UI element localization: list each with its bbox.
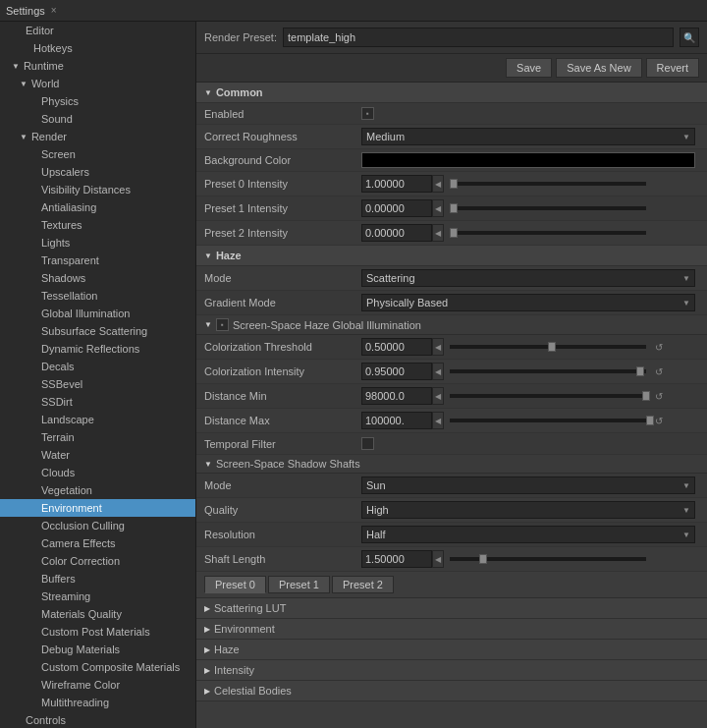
spin-button[interactable]: ◀ — [432, 199, 444, 217]
number-field[interactable] — [361, 412, 432, 429]
reset-button[interactable]: ↺ — [652, 414, 666, 427]
dropdown-high[interactable]: High▼ — [361, 501, 695, 519]
sidebar-item-antialiasing[interactable]: Antialiasing — [0, 198, 195, 216]
checkbox[interactable] — [361, 107, 374, 120]
sidebar-item-tessellation[interactable]: Tessellation — [0, 287, 195, 305]
sidebar-item-hotkeys[interactable]: Hotkeys — [0, 39, 195, 57]
sidebar-item-visibility-distances[interactable]: Visibility Distances — [0, 181, 195, 198]
sidebar-item-global-illumination[interactable]: Global Illumination — [0, 305, 195, 322]
slider-track[interactable] — [450, 419, 646, 422]
subsection-header-screen-space-haze[interactable]: ▼Screen-Space Haze Global Illumination — [196, 315, 707, 335]
sidebar-item-landscape[interactable]: Landscape — [0, 411, 195, 428]
sidebar-item-terrain[interactable]: Terrain — [0, 428, 195, 446]
spin-button[interactable]: ◀ — [432, 550, 444, 568]
section-header-common[interactable]: ▼Common — [196, 83, 707, 103]
sidebar-item-transparent[interactable]: Transparent — [0, 252, 195, 269]
slider-track[interactable] — [450, 206, 646, 210]
collapse-item-celestial-bodies[interactable]: ▶Celestial Bodies — [196, 681, 707, 701]
sidebar-item-multithreading[interactable]: Multithreading — [0, 694, 195, 711]
sidebar-item-environment[interactable]: Environment — [0, 499, 195, 517]
sidebar-item-decals[interactable]: Decals — [0, 358, 195, 375]
sidebar-item-render[interactable]: ▼Render — [0, 128, 195, 145]
number-field[interactable] — [361, 175, 432, 193]
save-button[interactable]: Save — [506, 58, 552, 78]
sidebar-item-physics[interactable]: Physics — [0, 92, 195, 110]
dropdown-half[interactable]: Half▼ — [361, 526, 695, 543]
sidebar-item-label: Global Illumination — [41, 308, 131, 319]
sidebar-item-ssdirt[interactable]: SSDirt — [0, 393, 195, 411]
number-field[interactable] — [361, 338, 432, 356]
spin-button[interactable]: ◀ — [432, 363, 444, 380]
sidebar-item-runtime[interactable]: ▼Runtime — [0, 57, 195, 75]
close-button[interactable]: × — [51, 5, 57, 16]
slider-track[interactable] — [450, 231, 646, 235]
sidebar-item-custom-post-materials[interactable]: Custom Post Materials — [0, 623, 195, 641]
sidebar-item-streaming[interactable]: Streaming — [0, 588, 195, 605]
sidebar-item-color-correction[interactable]: Color Correction — [0, 552, 195, 570]
sidebar-item-buffers[interactable]: Buffers — [0, 570, 195, 588]
sidebar-item-label: Environment — [41, 502, 102, 514]
collapse-item-intensity[interactable]: ▶Intensity — [196, 660, 707, 681]
subsection-header-screen-space-shadow-shafts[interactable]: ▼Screen-Space Shadow Shafts — [196, 455, 707, 474]
sidebar-item-screen[interactable]: Screen — [0, 145, 195, 163]
sidebar-item-occlusion-culling[interactable]: Occlusion Culling — [0, 517, 195, 534]
slider-track[interactable] — [450, 345, 646, 349]
collapse-item-environment[interactable]: ▶Environment — [196, 619, 707, 640]
preset-input[interactable] — [283, 28, 674, 47]
dropdown-physically-based[interactable]: Physically Based▼ — [361, 294, 695, 311]
collapse-item-haze[interactable]: ▶Haze — [196, 640, 707, 660]
sidebar-item-sound[interactable]: Sound — [0, 110, 195, 128]
sidebar-item-ssbevel[interactable]: SSBevel — [0, 375, 195, 393]
sidebar-item-editor[interactable]: Editor — [0, 22, 195, 39]
sidebar-item-wireframe-color[interactable]: Wireframe Color — [0, 676, 195, 694]
slider-track[interactable] — [450, 369, 646, 373]
checkbox[interactable] — [361, 437, 374, 450]
sidebar-item-lights[interactable]: Lights — [0, 234, 195, 252]
reset-button[interactable]: ↺ — [652, 364, 666, 378]
sidebar-item-vegetation[interactable]: Vegetation — [0, 481, 195, 499]
sidebar-item-clouds[interactable]: Clouds — [0, 464, 195, 481]
number-field[interactable] — [361, 550, 432, 568]
slider-track[interactable] — [450, 394, 646, 398]
sidebar-item-water[interactable]: Water — [0, 446, 195, 464]
sidebar-item-dynamic-reflections[interactable]: Dynamic Reflections — [0, 340, 195, 358]
sidebar-item-world[interactable]: ▼World — [0, 75, 195, 92]
sidebar-item-shadows[interactable]: Shadows — [0, 269, 195, 287]
chevron-down-icon: ▼ — [682, 506, 690, 515]
sidebar-item-materials-quality[interactable]: Materials Quality — [0, 605, 195, 623]
reset-button[interactable]: ↺ — [652, 389, 666, 403]
revert-button[interactable]: Revert — [646, 58, 699, 78]
sidebar-item-camera-effects[interactable]: Camera Effects — [0, 534, 195, 552]
dropdown-medium[interactable]: Medium▼ — [361, 128, 695, 145]
sidebar-item-textures[interactable]: Textures — [0, 216, 195, 234]
number-field[interactable] — [361, 363, 432, 380]
spin-button[interactable]: ◀ — [432, 224, 444, 242]
checkbox[interactable] — [216, 318, 229, 331]
slider-track[interactable] — [450, 182, 646, 186]
sidebar-item-debug-materials[interactable]: Debug Materials — [0, 641, 195, 658]
number-field[interactable] — [361, 387, 432, 405]
number-field[interactable] — [361, 199, 432, 217]
save-as-new-button[interactable]: Save As New — [556, 58, 641, 78]
collapse-item-scattering-lut[interactable]: ▶Scattering LUT — [196, 598, 707, 619]
sidebar-item-custom-composite-materials[interactable]: Custom Composite Materials — [0, 658, 195, 676]
spin-button[interactable]: ◀ — [432, 338, 444, 356]
preset-tab[interactable]: Preset 2 — [332, 576, 394, 593]
sidebar-item-controls[interactable]: Controls — [0, 711, 195, 728]
preset-tab[interactable]: Preset 0 — [204, 576, 266, 593]
spin-button[interactable]: ◀ — [432, 412, 444, 429]
dropdown-scattering[interactable]: Scattering▼ — [361, 269, 695, 287]
sidebar-item-upscalers[interactable]: Upscalers — [0, 163, 195, 181]
spin-button[interactable]: ◀ — [432, 175, 444, 193]
chevron-right-icon: ▶ — [204, 645, 210, 654]
reset-button[interactable]: ↺ — [652, 340, 666, 354]
spin-button[interactable]: ◀ — [432, 387, 444, 405]
section-header-haze[interactable]: ▼Haze — [196, 246, 707, 266]
slider-track[interactable] — [450, 557, 646, 561]
preset-tab[interactable]: Preset 1 — [268, 576, 330, 593]
search-button[interactable]: 🔍 — [680, 28, 699, 47]
color-picker[interactable] — [361, 152, 695, 168]
sidebar-item-subsurface-scattering[interactable]: Subsurface Scattering — [0, 322, 195, 340]
number-field[interactable] — [361, 224, 432, 242]
dropdown-sun[interactable]: Sun▼ — [361, 476, 695, 494]
